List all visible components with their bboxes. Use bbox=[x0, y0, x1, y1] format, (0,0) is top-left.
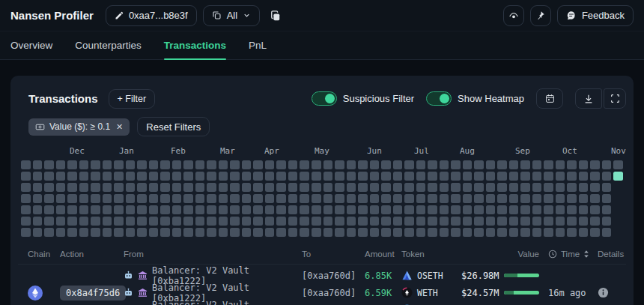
heatmap-cell[interactable] bbox=[509, 228, 519, 237]
heatmap-cell[interactable] bbox=[183, 160, 193, 169]
heatmap-cell[interactable] bbox=[114, 183, 124, 192]
to-link[interactable]: [0xaa760d] bbox=[302, 301, 365, 305]
heatmap-cell[interactable] bbox=[509, 172, 519, 181]
heatmap-cell[interactable] bbox=[474, 228, 484, 237]
heatmap-cell[interactable] bbox=[312, 194, 321, 203]
heatmap-cell[interactable] bbox=[463, 183, 473, 192]
heatmap-cell[interactable] bbox=[312, 160, 321, 169]
heatmap-cell[interactable] bbox=[486, 172, 496, 181]
heatmap-cell[interactable] bbox=[172, 228, 182, 237]
heatmap-cell[interactable] bbox=[114, 194, 124, 203]
heatmap-cell[interactable] bbox=[195, 205, 205, 214]
heatmap-cell[interactable] bbox=[114, 172, 124, 181]
heatmap-cell[interactable] bbox=[497, 228, 507, 237]
heatmap-cell[interactable] bbox=[404, 172, 414, 181]
heatmap-cell[interactable] bbox=[91, 217, 100, 226]
heatmap-cell[interactable] bbox=[253, 228, 263, 237]
heatmap-cell[interactable] bbox=[404, 205, 414, 214]
heatmap-cell[interactable] bbox=[219, 194, 228, 203]
heatmap-cell[interactable] bbox=[323, 194, 333, 203]
heatmap-cell[interactable] bbox=[126, 205, 136, 214]
heatmap-cell[interactable] bbox=[393, 205, 403, 214]
heatmap-cell[interactable] bbox=[416, 205, 426, 214]
heatmap-cell[interactable] bbox=[579, 194, 589, 203]
show-heatmap-toggle[interactable]: Show Heatmap bbox=[426, 91, 524, 106]
heatmap-cell[interactable] bbox=[300, 205, 309, 214]
heatmap-cell[interactable] bbox=[602, 194, 612, 203]
heatmap-cell[interactable] bbox=[312, 183, 321, 192]
heatmap-cell[interactable] bbox=[137, 183, 147, 192]
address-pill[interactable]: 0xaa7...b8e3f bbox=[106, 5, 197, 26]
heatmap-cell[interactable] bbox=[393, 160, 403, 169]
heatmap-cell[interactable] bbox=[230, 183, 240, 192]
heatmap-cell[interactable] bbox=[149, 194, 159, 203]
heatmap-cell[interactable] bbox=[56, 183, 66, 192]
heatmap-cell[interactable] bbox=[416, 217, 426, 226]
heatmap-cell[interactable] bbox=[532, 160, 542, 169]
heatmap-cell[interactable] bbox=[276, 160, 286, 169]
heatmap-cell[interactable] bbox=[56, 205, 66, 214]
heatmap-cell[interactable] bbox=[428, 194, 437, 203]
heatmap-cell[interactable] bbox=[440, 194, 449, 203]
heatmap-cell[interactable] bbox=[602, 172, 612, 181]
heatmap-cell[interactable] bbox=[219, 228, 228, 237]
heatmap-cell[interactable] bbox=[613, 160, 623, 169]
heatmap-cell[interactable] bbox=[556, 194, 565, 203]
heatmap-cell[interactable] bbox=[137, 194, 147, 203]
heatmap-cell[interactable] bbox=[451, 205, 461, 214]
heatmap-cell[interactable] bbox=[440, 183, 449, 192]
heatmap-cell[interactable] bbox=[183, 205, 193, 214]
heatmap-cell[interactable] bbox=[602, 183, 612, 192]
heatmap-cell[interactable] bbox=[556, 160, 565, 169]
heatmap-cell[interactable] bbox=[242, 217, 252, 226]
heatmap-cell[interactable] bbox=[520, 228, 530, 237]
heatmap-cell[interactable] bbox=[219, 217, 228, 226]
heatmap-cell[interactable] bbox=[544, 217, 553, 226]
heatmap-cell[interactable] bbox=[230, 172, 240, 181]
heatmap-cell[interactable] bbox=[253, 183, 263, 192]
heatmap-cell[interactable] bbox=[347, 160, 356, 169]
heatmap-cell[interactable] bbox=[242, 194, 252, 203]
heatmap-cell[interactable] bbox=[602, 228, 612, 237]
heatmap-cell[interactable] bbox=[567, 183, 577, 192]
heatmap-cell[interactable] bbox=[56, 160, 66, 169]
heatmap-cell[interactable] bbox=[602, 217, 612, 226]
heatmap-cell[interactable] bbox=[103, 183, 112, 192]
heatmap-cell[interactable] bbox=[440, 205, 449, 214]
heatmap-cell[interactable] bbox=[91, 205, 100, 214]
heatmap-cell[interactable] bbox=[486, 194, 496, 203]
expand-button[interactable] bbox=[604, 88, 626, 109]
heatmap-cell[interactable] bbox=[276, 217, 286, 226]
heatmap-cell[interactable] bbox=[463, 228, 473, 237]
heatmap-cell[interactable] bbox=[230, 205, 240, 214]
heatmap-cell[interactable] bbox=[114, 228, 124, 237]
heatmap-cell[interactable] bbox=[463, 205, 473, 214]
heatmap-cell[interactable] bbox=[590, 172, 600, 181]
heatmap-cell[interactable] bbox=[242, 228, 252, 237]
heatmap-cell[interactable] bbox=[103, 205, 112, 214]
heatmap-cell[interactable] bbox=[474, 172, 484, 181]
heatmap-cell[interactable] bbox=[79, 183, 89, 192]
heatmap-cell[interactable] bbox=[590, 160, 600, 169]
heatmap-cell[interactable] bbox=[172, 217, 182, 226]
heatmap-cell[interactable] bbox=[474, 217, 484, 226]
heatmap-cell[interactable] bbox=[602, 160, 612, 169]
heatmap-cell[interactable] bbox=[253, 217, 263, 226]
heatmap-cell[interactable] bbox=[544, 183, 553, 192]
heatmap-cell[interactable] bbox=[21, 228, 31, 237]
heatmap-cell[interactable] bbox=[195, 228, 205, 237]
heatmap-cell[interactable] bbox=[137, 217, 147, 226]
heatmap-cell[interactable] bbox=[381, 205, 391, 214]
heatmap-cell[interactable] bbox=[21, 172, 31, 181]
heatmap-cell[interactable] bbox=[103, 194, 112, 203]
action-badge[interactable]: 0x8a4f75d6 bbox=[60, 286, 126, 301]
heatmap-cell[interactable] bbox=[451, 194, 461, 203]
heatmap-cell[interactable] bbox=[393, 228, 403, 237]
heatmap-cell[interactable] bbox=[358, 194, 368, 203]
heatmap-cell[interactable] bbox=[381, 194, 391, 203]
heatmap-cell[interactable] bbox=[323, 205, 333, 214]
heatmap-cell[interactable] bbox=[335, 172, 344, 181]
heatmap-cell[interactable] bbox=[393, 194, 403, 203]
date-range-button[interactable] bbox=[536, 88, 563, 109]
heatmap-cell[interactable] bbox=[323, 228, 333, 237]
